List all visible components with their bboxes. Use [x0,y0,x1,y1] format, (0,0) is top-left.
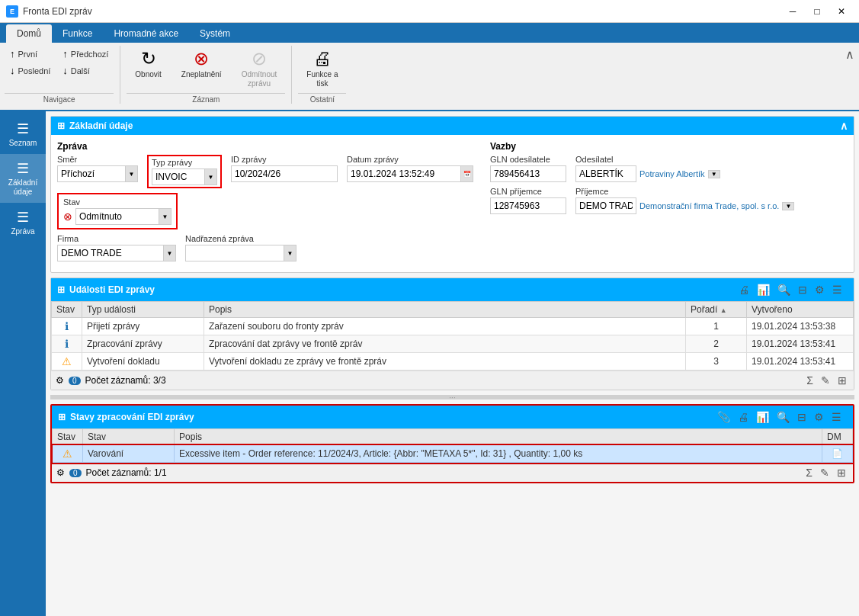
typ-zpravy-input[interactable] [152,168,205,185]
tab-hromadne[interactable]: Hromadné akce [103,24,189,43]
divider-1 [120,46,120,104]
btn-dalsi[interactable]: ↓ Další [57,63,114,79]
nadrazena-dropdown[interactable]: ▼ [284,245,296,261]
udalosti-footer-left: ⚙ 0 Počet záznamů: 3/3 [56,375,166,386]
group-typ-zpravy: Typ zprávy ▼ [147,155,222,188]
info-icon-2: ℹ [65,338,69,350]
btn-predchozi-label: Předchozí [71,50,109,59]
stavy-header-row: Stav Stav Popis DM [53,429,853,445]
btn-obnovit[interactable]: ↻ Obnovit [127,46,169,82]
arrow-up2-icon: ↑ [63,48,68,59]
arrow-down-icon: ↓ [10,65,15,76]
close-button[interactable]: ✕ [830,4,853,19]
udalosti-filter-btn[interactable]: 🔍 [775,283,793,297]
prijemce-name: Demonstrační firma Trade, spol. s r.o. [639,201,779,210]
btn-zneplatneni[interactable]: ⊗ Zneplatnění [173,46,230,82]
col-poradi[interactable]: Pořadí ▲ [686,302,747,318]
window-controls: ─ □ ✕ [781,4,853,19]
section-stavy: ⊞ Stavy zpracování EDI zprávy 📎 🖨 📊 🔍 ⊟ … [50,404,854,483]
btn-prvni[interactable]: ↑ První [5,46,56,62]
stavy-chart-btn[interactable]: 📊 [754,410,771,424]
prijemce-dropdown[interactable]: ▼ [782,202,794,210]
stavy-edit-btn[interactable]: ✎ [818,466,832,480]
smer-dropdown[interactable]: ▼ [126,165,138,182]
odesilatel-input[interactable] [575,165,636,182]
navigace-buttons-2: ↑ Předchozí ↓ Další [57,46,114,91]
group-smer: Směr ▼ [57,155,138,182]
info-icon-1: ℹ [65,320,69,332]
col-vytvoreno: Vytvořeno [747,302,854,318]
firma-input[interactable] [57,245,164,261]
udalosti-table: Stav Typ události Popis Pořadí ▲ Vytvoře… [51,301,854,371]
btn-posledni-label: Poslední [18,66,51,75]
sidebar-item-zprava[interactable]: ☰ Zpráva [0,203,46,242]
group-nadrazena: Nadřazená zpráva ▼ [185,234,296,261]
zprava-row3: Firma ▼ Nadřazená zpráva ▼ [57,234,484,261]
typ-dropdown[interactable]: ▼ [205,168,217,185]
btn-odmitnout[interactable]: ⊘ Odmítnoutzprávu [233,46,286,91]
stavy-print-btn[interactable]: 🖨 [736,410,751,424]
tab-funkce[interactable]: Funkce [52,24,103,43]
sidebar-item-zakladni[interactable]: ☰ Základní údaje [0,154,46,203]
stavy-menu-btn[interactable]: ☰ [829,410,844,424]
stav-dropdown[interactable]: ▼ [159,208,171,225]
gln-prij-input[interactable] [490,197,566,214]
udalosti-settings-btn[interactable]: ⚙ [813,283,827,297]
ribbon-body: ↑ První ↓ Poslední ↑ Předchozí ↓ [0,43,859,111]
id-zpravy-input[interactable] [231,165,338,182]
app-icon: E [6,5,18,18]
udalosti-sum-btn[interactable]: Σ [804,374,816,387]
prijemce-input[interactable] [575,197,636,214]
zprava-row2: Stav ⊗ ▼ [57,193,484,229]
stavy-attach-btn[interactable]: 📎 [715,410,732,424]
udalosti-cols-btn[interactable]: ⊟ [796,283,809,297]
stavy-filter-btn[interactable]: 🔍 [774,410,792,424]
warn-icon-s1: ⚠ [63,448,72,460]
udalosti-count: 0 [69,377,81,385]
odesilatel-dropdown[interactable]: ▼ [708,170,720,178]
arrow-up-icon: ↑ [10,48,15,59]
udalosti-more-btn[interactable]: ⊞ [835,374,849,387]
minimize-button[interactable]: ─ [781,4,804,19]
popis-1: Zařazení souboru do fronty zpráv [204,318,686,335]
smer-input[interactable] [57,165,126,182]
datum-input[interactable] [347,165,461,182]
firma-dropdown[interactable]: ▼ [164,245,176,261]
sidebar-item-seznam[interactable]: ☰ Seznam [0,114,46,154]
stavy-more-btn[interactable]: ⊞ [835,466,848,480]
btn-funkce-tisk[interactable]: 🖨 Funkce atisk [298,46,346,91]
stavy-header-left: ⊞ Stavy zpracování EDI zprávy [58,412,194,422]
udalosti-menu-btn[interactable]: ☰ [830,283,845,297]
zakladni-layout: Zpráva Směr ▼ [57,141,848,266]
udalosti-print-btn[interactable]: 🖨 [736,283,752,297]
tab-domu[interactable]: Domů [6,24,52,43]
prijemce-row: Demonstrační firma Trade, spol. s r.o. ▼ [575,197,794,214]
odesilatel-name: Potraviny Albertík [639,169,705,178]
stav-input[interactable] [75,208,159,225]
btn-posledni[interactable]: ↓ Poslední [5,63,56,79]
list-icon: ☰ [17,120,29,137]
col-stav-s: Stav [53,429,83,445]
section-icon: ⊞ [57,120,65,131]
datum-label: Datum zprávy [347,155,473,164]
stavy-cols-btn[interactable]: ⊟ [795,410,809,424]
tab-system[interactable]: Systém [189,24,241,43]
maximize-button[interactable]: □ [806,4,829,19]
zaznam-label: Záznam [127,93,285,104]
stavy-settings-btn[interactable]: ⚙ [812,410,826,424]
datum-cal[interactable]: 📅 [461,165,473,182]
zprava-row1: Směr ▼ Typ zprávy [57,155,484,188]
odesilatel-label: Odesílatel [575,155,720,164]
btn-dalsi-label: Další [71,66,90,75]
btn-predchozi[interactable]: ↑ Předchozí [57,46,114,62]
gln-odes-input[interactable] [490,165,566,182]
ribbon-collapse-btn[interactable]: ∧ [845,47,854,62]
udalosti-edit-btn[interactable]: ✎ [819,374,832,387]
udalosti-total: Počet záznamů: 3/3 [85,375,166,386]
ribbon-group-navigace: ↑ První ↓ Poslední ↑ Předchozí ↓ [5,46,114,104]
stavy-sum-btn[interactable]: Σ [803,466,815,480]
nadrazena-input[interactable] [185,245,284,261]
udalosti-chart-btn[interactable]: 📊 [755,283,772,297]
section-zakladni-collapse[interactable]: ∧ [840,120,848,132]
splitter[interactable] [50,395,854,399]
